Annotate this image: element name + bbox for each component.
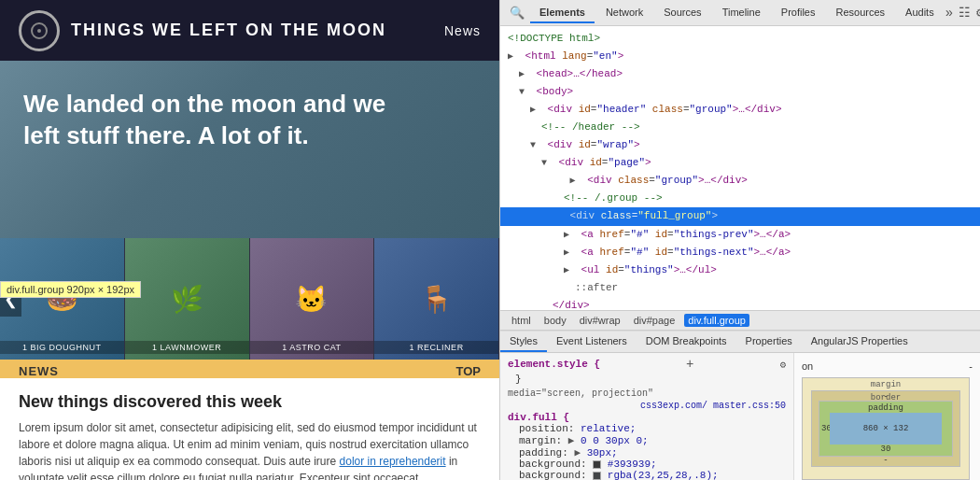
css-position: position: relative;	[519, 423, 786, 434]
box-model-title: on -	[802, 360, 973, 372]
settings-icon[interactable]: ⚙	[976, 5, 980, 21]
more-tabs-icon[interactable]: »	[945, 6, 953, 21]
box-model: on - margin border padding 30	[793, 353, 980, 480]
tab-timeline[interactable]: Timeline	[713, 3, 770, 23]
site-header: THINGS WE LEFT ON THE MOON News	[0, 0, 499, 61]
breadcrumb-body[interactable]: body	[540, 314, 570, 327]
tab-network[interactable]: Network	[596, 3, 652, 23]
box-bottom-val: -	[883, 456, 888, 465]
article-content: New things discovered this week Lorem ip…	[0, 378, 499, 480]
css-padding: padding: ▶ 30px;	[519, 446, 786, 459]
dom-line-comment-header: <!-- /header -->	[500, 119, 980, 136]
article-link[interactable]: dolor in reprehenderit	[340, 455, 446, 468]
css-media-query: media="screen, projection"	[508, 388, 786, 399]
breadcrumb-bar: html body div#wrap div#page div.full.gro…	[500, 310, 980, 331]
article-title: New things discovered this week	[19, 392, 481, 412]
site-title: THINGS WE LEFT ON THE MOON	[71, 21, 386, 40]
dom-line-wrap[interactable]: ▼ <div id="wrap">	[500, 136, 980, 154]
article-body: Lorem ipsum dolor sit amet, consectetur …	[19, 419, 481, 480]
add-rule-button[interactable]: +	[686, 357, 693, 372]
dom-line-things-prev[interactable]: ▶ <a href="#" id="things-prev">…</a>	[500, 226, 980, 244]
thumb-item-3[interactable]: 🐱 1 ASTRO CAT	[250, 238, 375, 360]
thumb-label-3: 1 ASTRO CAT	[250, 341, 374, 354]
margin-label: margin	[871, 380, 901, 389]
breadcrumb-wrap[interactable]: div#wrap	[576, 314, 624, 327]
dom-line-things-next[interactable]: ▶ <a href="#" id="things-next">…</a>	[500, 244, 980, 261]
dom-line-html[interactable]: ▶ <html lang="en">	[500, 48, 980, 65]
thumb-label-4: 1 RECLINER	[374, 341, 498, 354]
dom-line-group-comment: <!-- /.group -->	[500, 190, 980, 207]
top-label: TO	[456, 364, 473, 378]
content-box: 860 × 132	[830, 413, 942, 445]
padding-val-bottom: 30	[881, 445, 891, 454]
css-rule-2: media="screen, projection" css3exp.com/ …	[508, 388, 786, 480]
dom-line-header-div[interactable]: ▶ <div id="header" class="group">…</div>	[500, 101, 980, 119]
dom-panel: <!DOCTYPE html> ▶ <html lang="en"> ▶ <he…	[500, 26, 980, 310]
hero-text: We landed on the moon and we left stuff …	[23, 89, 415, 152]
dom-line-full-group[interactable]: <div class="full_group">	[500, 207, 980, 225]
devtools-panel: 🔍 Elements Network Sources Timeline Prof…	[499, 0, 980, 480]
tab-audits[interactable]: Audits	[896, 3, 944, 23]
element-style-selector: element.style {	[508, 359, 600, 370]
search-icon[interactable]: 🔍	[506, 4, 528, 22]
dom-line-body[interactable]: ▼ <body>	[500, 83, 980, 101]
styles-tab-dom-breakpoints[interactable]: DOM Breakpoints	[637, 332, 736, 352]
padding-label: padding	[868, 403, 903, 413]
css-bg1: background: #393939;	[519, 459, 786, 470]
element-tooltip: div.full.group 920px × 192px	[0, 281, 141, 298]
thumb-item-4[interactable]: 🪑 1 RECLINER	[374, 238, 499, 360]
nav-news[interactable]: News	[444, 23, 481, 38]
dom-line-things-ul[interactable]: ▶ <ul id="things">…</ul>	[500, 261, 980, 279]
thumb-item-2[interactable]: 🌿 1 LAWNMOWER	[125, 238, 250, 360]
styles-tabs: Styles Event Listeners DOM Breakpoints P…	[500, 332, 980, 353]
element-style-header: element.style { + ⚙	[508, 357, 786, 372]
top-label-p: P	[472, 364, 481, 378]
hero-section: We landed on the moon and we left stuff …	[0, 61, 499, 238]
bottom-bar: N EWS TO P	[0, 360, 499, 378]
dom-line-doctype: <!DOCTYPE html>	[500, 30, 980, 48]
content-size: 860 × 132	[863, 424, 909, 433]
dom-line-page[interactable]: ▼ <div id="page">	[500, 154, 980, 172]
css-rule-props: div.full { position: relative; margin: ▶…	[508, 412, 786, 480]
tab-profiles[interactable]: Profiles	[772, 3, 825, 23]
dom-line-head[interactable]: ▶ <head>…</head>	[500, 65, 980, 83]
tab-sources[interactable]: Sources	[654, 3, 710, 23]
css-margin: margin: ▶ 0 0 30px 0;	[519, 434, 786, 446]
css-source-link[interactable]: css3exp.com/ master.css:50	[508, 401, 786, 411]
box-model-heading: on	[802, 360, 813, 372]
thumb-label-1: 1 BIG DOUGHNUT	[0, 341, 124, 354]
styles-tab-properties[interactable]: Properties	[736, 332, 802, 352]
styles-tab-styles[interactable]: Styles	[500, 332, 547, 352]
dock-icon[interactable]: ☷	[959, 5, 971, 21]
element-style-close: }	[515, 374, 786, 385]
styles-content: element.style { + ⚙ } media="screen, pro…	[500, 353, 980, 480]
box-model-dash: -	[969, 360, 973, 372]
website-panel: THINGS WE LEFT ON THE MOON News We lande…	[0, 0, 499, 480]
rule-settings-icon[interactable]: ⚙	[779, 359, 786, 371]
dom-line-after: ::after	[500, 279, 980, 297]
devtools-actions: » ☷ ⚙ ✕	[945, 5, 980, 21]
devtools-toolbar: 🔍 Elements Network Sources Timeline Prof…	[500, 0, 980, 26]
box-model-visual: margin border padding 30 30 860 × 132	[802, 377, 970, 480]
breadcrumb-html[interactable]: html	[508, 314, 535, 327]
css-rules: element.style { + ⚙ } media="screen, pro…	[500, 353, 793, 480]
css-div-full-selector: div.full {	[508, 412, 786, 423]
styles-tab-event-listeners[interactable]: Event Listeners	[547, 332, 637, 352]
styles-tab-angularjs[interactable]: AngularJS Properties	[802, 332, 917, 352]
tab-resources[interactable]: Resources	[826, 3, 894, 23]
tab-elements[interactable]: Elements	[530, 3, 595, 23]
box-top-val: -	[883, 392, 888, 402]
css-bg2: background: rgba(23,25,28,.8);	[519, 470, 786, 480]
thumb-label-2: 1 LAWNMOWER	[125, 341, 249, 354]
breadcrumb-page[interactable]: div#page	[630, 314, 679, 327]
breadcrumb-full-group[interactable]: div.full.group	[684, 314, 749, 327]
styles-panel: Styles Event Listeners DOM Breakpoints P…	[500, 331, 980, 480]
dom-line-close-div: </div>	[500, 297, 980, 310]
news-label-2: EWS	[28, 364, 59, 378]
dom-line-group1[interactable]: ▶ <div class="group">…</div>	[500, 172, 980, 190]
logo-area: THINGS WE LEFT ON THE MOON	[19, 10, 386, 51]
logo-icon	[19, 10, 60, 51]
thumbnails-strip: ❮ 🍩 1 BIG DOUGHNUT 🌿 1 LAWNMOWER 🐱 1 AST…	[0, 238, 499, 360]
news-label: N	[19, 364, 28, 378]
